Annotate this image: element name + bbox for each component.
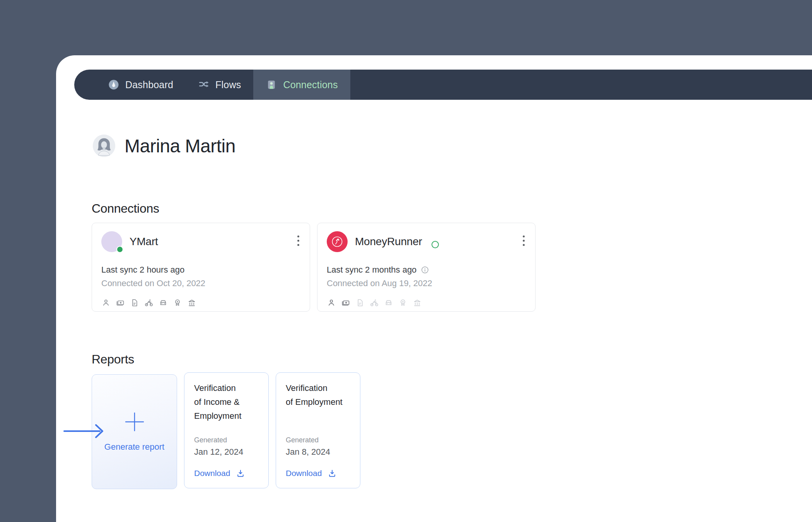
pointer-arrow-icon bbox=[62, 420, 107, 442]
last-sync-text: Last sync 2 months ago bbox=[327, 265, 416, 275]
generated-date: Jan 12, 2024 bbox=[194, 447, 259, 457]
report-title: Verification of Employment bbox=[286, 381, 350, 425]
download-icon bbox=[328, 469, 337, 478]
page-title: Marina Martin bbox=[125, 135, 235, 157]
bank-icon bbox=[413, 298, 422, 307]
capability-icon-row bbox=[101, 298, 300, 307]
bank-icon bbox=[187, 298, 196, 307]
document-icon bbox=[130, 298, 139, 307]
payments-icon bbox=[116, 298, 125, 307]
tab-flows[interactable]: Flows bbox=[186, 70, 253, 100]
download-link[interactable]: Download bbox=[194, 469, 259, 479]
connections-row: YMart Last sync 2 hours ago Connected on… bbox=[92, 223, 536, 312]
generated-label: Generated bbox=[286, 436, 350, 444]
reports-row: Generate report Verification of Income &… bbox=[92, 372, 360, 489]
bike-icon bbox=[370, 298, 379, 307]
card-header: YMart bbox=[101, 231, 300, 252]
capability-icon-row bbox=[327, 298, 526, 307]
report-title: Verification of Income & Employment bbox=[194, 381, 259, 425]
generated-label: Generated bbox=[194, 436, 259, 444]
gauge-icon bbox=[108, 79, 119, 90]
avatar bbox=[93, 135, 115, 157]
badge-icon bbox=[398, 298, 408, 307]
last-sync-text: Last sync 2 hours ago bbox=[101, 265, 184, 275]
connection-card-ymart: YMart Last sync 2 hours ago Connected on… bbox=[92, 223, 310, 312]
badge-icon bbox=[173, 298, 182, 307]
shuffle-icon bbox=[198, 79, 210, 90]
car-icon bbox=[159, 298, 168, 307]
kebab-menu-button[interactable] bbox=[292, 232, 304, 249]
id-badge-icon bbox=[266, 79, 277, 90]
generate-report-label: Generate report bbox=[104, 442, 164, 452]
card-header: MoneyRunner bbox=[327, 231, 526, 252]
report-card-employment: Verification of Employment Generated Jan… bbox=[276, 372, 360, 488]
document-icon bbox=[355, 298, 365, 307]
plus-icon bbox=[125, 412, 145, 432]
info-icon[interactable] bbox=[421, 266, 429, 274]
person-icon bbox=[327, 298, 336, 307]
connections-heading: Connections bbox=[92, 201, 159, 216]
online-status-dot bbox=[116, 246, 123, 253]
report-card-income-employment: Verification of Income & Employment Gene… bbox=[184, 372, 269, 488]
payments-icon bbox=[341, 298, 350, 307]
kebab-menu-button[interactable] bbox=[517, 232, 530, 249]
download-icon bbox=[236, 469, 245, 478]
tab-connections[interactable]: Connections bbox=[253, 70, 350, 100]
car-icon bbox=[384, 298, 393, 307]
person-icon bbox=[101, 298, 111, 307]
reports-heading: Reports bbox=[92, 352, 134, 367]
tab-label: Connections bbox=[283, 79, 338, 90]
ymart-logo bbox=[101, 231, 122, 252]
profile-header: Marina Martin bbox=[93, 135, 235, 157]
bike-icon bbox=[144, 298, 154, 307]
connection-name: MoneyRunner bbox=[355, 235, 422, 248]
moneyrunner-logo bbox=[327, 231, 348, 252]
generated-date: Jan 8, 2024 bbox=[286, 447, 350, 457]
tab-label: Dashboard bbox=[125, 79, 173, 90]
tab-label: Flows bbox=[215, 79, 241, 90]
top-navbar: Dashboard Flows Connections bbox=[74, 70, 812, 100]
pending-status-ring bbox=[432, 241, 439, 248]
connection-card-moneyrunner: MoneyRunner Last sync 2 months ago Conne… bbox=[317, 223, 536, 312]
download-link[interactable]: Download bbox=[286, 469, 350, 479]
connection-name: YMart bbox=[130, 235, 158, 248]
connected-on-text: Connected on Aug 19, 2022 bbox=[327, 278, 526, 288]
connected-on-text: Connected on Oct 20, 2022 bbox=[101, 278, 300, 288]
tab-dashboard[interactable]: Dashboard bbox=[96, 70, 186, 100]
